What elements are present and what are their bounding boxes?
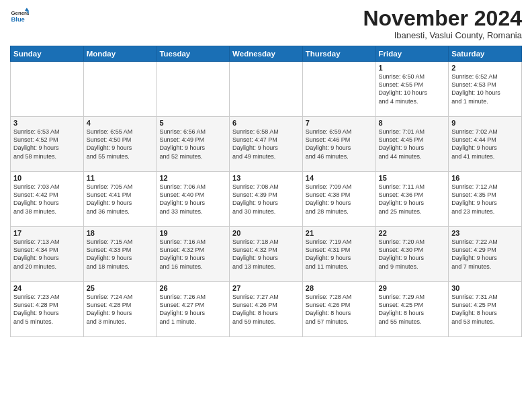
day-info: Sunrise: 7:05 AM Sunset: 4:41 PM Dayligh… bbox=[87, 183, 154, 216]
day-number: 23 bbox=[451, 229, 519, 237]
weekday-header-wednesday: Wednesday bbox=[230, 46, 303, 62]
day-info: Sunrise: 7:02 AM Sunset: 4:44 PM Dayligh… bbox=[451, 128, 519, 161]
calendar-cell: 27Sunrise: 7:27 AM Sunset: 4:26 PM Dayli… bbox=[230, 282, 303, 337]
day-number: 14 bbox=[306, 174, 373, 182]
logo-icon: General Blue bbox=[10, 7, 29, 26]
day-number: 30 bbox=[451, 284, 519, 292]
day-number: 25 bbox=[87, 284, 154, 292]
week-row-0: 1Sunrise: 6:50 AM Sunset: 4:55 PM Daylig… bbox=[11, 62, 522, 117]
day-info: Sunrise: 6:59 AM Sunset: 4:46 PM Dayligh… bbox=[306, 128, 373, 161]
day-info: Sunrise: 7:22 AM Sunset: 4:29 PM Dayligh… bbox=[451, 238, 519, 271]
day-info: Sunrise: 6:52 AM Sunset: 4:53 PM Dayligh… bbox=[451, 73, 519, 105]
weekday-header-row: SundayMondayTuesdayWednesdayThursdayFrid… bbox=[11, 46, 522, 62]
calendar-cell: 5Sunrise: 6:56 AM Sunset: 4:49 PM Daylig… bbox=[157, 117, 230, 172]
day-number: 8 bbox=[379, 119, 446, 127]
calendar-cell: 7Sunrise: 6:59 AM Sunset: 4:46 PM Daylig… bbox=[302, 117, 375, 172]
week-row-3: 17Sunrise: 7:13 AM Sunset: 4:34 PM Dayli… bbox=[11, 227, 522, 282]
calendar-cell: 30Sunrise: 7:31 AM Sunset: 4:25 PM Dayli… bbox=[449, 282, 522, 337]
title-block: November 2024 Ibanesti, Vaslui County, R… bbox=[363, 7, 522, 40]
day-info: Sunrise: 7:13 AM Sunset: 4:34 PM Dayligh… bbox=[13, 238, 81, 271]
calendar-cell: 1Sunrise: 6:50 AM Sunset: 4:55 PM Daylig… bbox=[375, 62, 449, 117]
day-number: 28 bbox=[306, 284, 373, 292]
day-info: Sunrise: 6:50 AM Sunset: 4:55 PM Dayligh… bbox=[379, 73, 446, 105]
day-info: Sunrise: 7:26 AM Sunset: 4:27 PM Dayligh… bbox=[159, 293, 226, 326]
calendar-cell: 29Sunrise: 7:29 AM Sunset: 4:25 PM Dayli… bbox=[375, 282, 449, 337]
day-info: Sunrise: 7:28 AM Sunset: 4:26 PM Dayligh… bbox=[306, 293, 373, 326]
calendar-cell: 28Sunrise: 7:28 AM Sunset: 4:26 PM Dayli… bbox=[302, 282, 375, 337]
location: Ibanesti, Vaslui County, Romania bbox=[363, 30, 522, 40]
day-number: 9 bbox=[451, 119, 519, 127]
day-number: 7 bbox=[306, 119, 373, 127]
calendar-cell: 9Sunrise: 7:02 AM Sunset: 4:44 PM Daylig… bbox=[449, 117, 522, 172]
day-info: Sunrise: 7:27 AM Sunset: 4:26 PM Dayligh… bbox=[232, 293, 300, 326]
weekday-header-friday: Friday bbox=[375, 46, 449, 62]
calendar-cell: 14Sunrise: 7:09 AM Sunset: 4:38 PM Dayli… bbox=[302, 172, 375, 227]
day-info: Sunrise: 6:56 AM Sunset: 4:49 PM Dayligh… bbox=[159, 128, 226, 161]
calendar-cell: 2Sunrise: 6:52 AM Sunset: 4:53 PM Daylig… bbox=[449, 62, 522, 117]
calendar-cell bbox=[302, 62, 375, 117]
day-number: 3 bbox=[13, 119, 81, 127]
day-number: 24 bbox=[13, 284, 81, 292]
day-number: 17 bbox=[13, 229, 81, 237]
calendar-cell: 18Sunrise: 7:15 AM Sunset: 4:33 PM Dayli… bbox=[83, 227, 157, 282]
day-info: Sunrise: 6:55 AM Sunset: 4:50 PM Dayligh… bbox=[87, 128, 154, 161]
calendar-cell: 6Sunrise: 6:58 AM Sunset: 4:47 PM Daylig… bbox=[230, 117, 303, 172]
logo: General Blue bbox=[10, 7, 29, 26]
day-number: 11 bbox=[87, 174, 154, 182]
day-info: Sunrise: 7:16 AM Sunset: 4:32 PM Dayligh… bbox=[159, 238, 226, 271]
day-info: Sunrise: 7:15 AM Sunset: 4:33 PM Dayligh… bbox=[87, 238, 154, 271]
day-info: Sunrise: 7:12 AM Sunset: 4:35 PM Dayligh… bbox=[451, 183, 519, 216]
calendar-table: SundayMondayTuesdayWednesdayThursdayFrid… bbox=[10, 46, 522, 337]
day-number: 22 bbox=[379, 229, 446, 237]
calendar-cell bbox=[11, 62, 84, 117]
calendar-cell: 11Sunrise: 7:05 AM Sunset: 4:41 PM Dayli… bbox=[83, 172, 157, 227]
day-info: Sunrise: 6:53 AM Sunset: 4:52 PM Dayligh… bbox=[13, 128, 81, 161]
day-number: 26 bbox=[159, 284, 226, 292]
weekday-header-sunday: Sunday bbox=[11, 46, 84, 62]
day-number: 10 bbox=[13, 174, 81, 182]
day-number: 27 bbox=[232, 284, 300, 292]
week-row-2: 10Sunrise: 7:03 AM Sunset: 4:42 PM Dayli… bbox=[11, 172, 522, 227]
day-info: Sunrise: 7:18 AM Sunset: 4:32 PM Dayligh… bbox=[232, 238, 300, 271]
calendar-cell: 10Sunrise: 7:03 AM Sunset: 4:42 PM Dayli… bbox=[11, 172, 84, 227]
day-info: Sunrise: 7:08 AM Sunset: 4:39 PM Dayligh… bbox=[232, 183, 300, 216]
calendar-cell: 23Sunrise: 7:22 AM Sunset: 4:29 PM Dayli… bbox=[449, 227, 522, 282]
svg-text:Blue: Blue bbox=[11, 16, 25, 23]
day-number: 19 bbox=[159, 229, 226, 237]
calendar-cell: 8Sunrise: 7:01 AM Sunset: 4:45 PM Daylig… bbox=[375, 117, 449, 172]
day-info: Sunrise: 6:58 AM Sunset: 4:47 PM Dayligh… bbox=[232, 128, 300, 161]
weekday-header-tuesday: Tuesday bbox=[157, 46, 230, 62]
day-number: 21 bbox=[306, 229, 373, 237]
calendar-cell bbox=[230, 62, 303, 117]
week-row-4: 24Sunrise: 7:23 AM Sunset: 4:28 PM Dayli… bbox=[11, 282, 522, 337]
calendar-cell: 4Sunrise: 6:55 AM Sunset: 4:50 PM Daylig… bbox=[83, 117, 157, 172]
day-info: Sunrise: 7:09 AM Sunset: 4:38 PM Dayligh… bbox=[306, 183, 373, 216]
calendar-cell: 26Sunrise: 7:26 AM Sunset: 4:27 PM Dayli… bbox=[157, 282, 230, 337]
day-info: Sunrise: 7:03 AM Sunset: 4:42 PM Dayligh… bbox=[13, 183, 81, 216]
weekday-header-saturday: Saturday bbox=[449, 46, 522, 62]
day-info: Sunrise: 7:19 AM Sunset: 4:31 PM Dayligh… bbox=[306, 238, 373, 271]
calendar-cell: 16Sunrise: 7:12 AM Sunset: 4:35 PM Dayli… bbox=[449, 172, 522, 227]
calendar-cell: 21Sunrise: 7:19 AM Sunset: 4:31 PM Dayli… bbox=[302, 227, 375, 282]
calendar-cell bbox=[83, 62, 157, 117]
calendar-cell: 20Sunrise: 7:18 AM Sunset: 4:32 PM Dayli… bbox=[230, 227, 303, 282]
calendar-cell: 17Sunrise: 7:13 AM Sunset: 4:34 PM Dayli… bbox=[11, 227, 84, 282]
day-info: Sunrise: 7:31 AM Sunset: 4:25 PM Dayligh… bbox=[451, 293, 519, 326]
page: General Blue November 2024 Ibanesti, Vas… bbox=[0, 0, 532, 411]
day-number: 13 bbox=[232, 174, 300, 182]
day-number: 6 bbox=[232, 119, 300, 127]
day-info: Sunrise: 7:11 AM Sunset: 4:36 PM Dayligh… bbox=[379, 183, 446, 216]
day-number: 15 bbox=[379, 174, 446, 182]
calendar-cell: 22Sunrise: 7:20 AM Sunset: 4:30 PM Dayli… bbox=[375, 227, 449, 282]
calendar-cell: 3Sunrise: 6:53 AM Sunset: 4:52 PM Daylig… bbox=[11, 117, 84, 172]
weekday-header-thursday: Thursday bbox=[302, 46, 375, 62]
day-number: 18 bbox=[87, 229, 154, 237]
day-info: Sunrise: 7:24 AM Sunset: 4:28 PM Dayligh… bbox=[87, 293, 154, 326]
calendar-cell: 25Sunrise: 7:24 AM Sunset: 4:28 PM Dayli… bbox=[83, 282, 157, 337]
day-info: Sunrise: 7:20 AM Sunset: 4:30 PM Dayligh… bbox=[379, 238, 446, 271]
svg-marker-2 bbox=[25, 8, 29, 11]
weekday-header-monday: Monday bbox=[83, 46, 157, 62]
day-number: 20 bbox=[232, 229, 300, 237]
week-row-1: 3Sunrise: 6:53 AM Sunset: 4:52 PM Daylig… bbox=[11, 117, 522, 172]
day-number: 16 bbox=[451, 174, 519, 182]
